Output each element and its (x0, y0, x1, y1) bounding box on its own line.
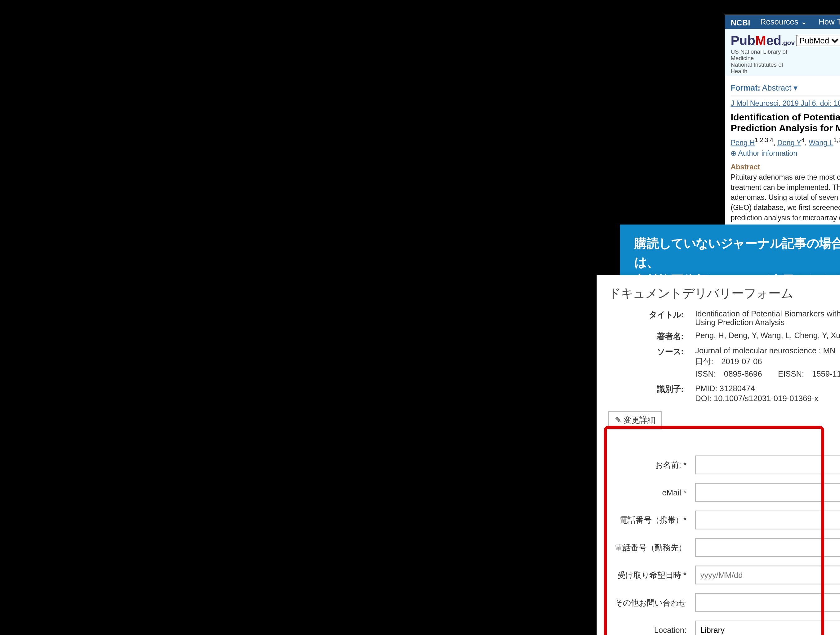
db-select[interactable]: PubMed (796, 35, 840, 46)
author-info-toggle[interactable]: ⊕ Author information (731, 150, 840, 158)
other-input[interactable] (695, 593, 840, 612)
citation: J Mol Neurosci. 2019 Jul 6. doi: 10.1007… (731, 99, 840, 107)
howto-menu[interactable]: How To ⌄ (819, 17, 840, 27)
date-input[interactable] (695, 565, 840, 584)
phone-mobile-input[interactable] (695, 510, 840, 529)
pubmed-logo: PubMed.gov US National Library of Medici… (731, 33, 796, 74)
change-details-button[interactable]: ✎ 変更詳細 (608, 411, 662, 429)
format-select[interactable]: Abstract ▾ (762, 83, 798, 92)
email-input[interactable] (695, 483, 840, 502)
pubmed-topbar: NCBI Resources ⌄ How To ⌄ Sign in to NCB… (725, 15, 840, 29)
location-input[interactable] (695, 621, 840, 635)
form-heading: ドキュメントデリバリーフォーム (608, 285, 840, 302)
delivery-form-empty: ドキュメントデリバリーフォーム タイトル:Identification of P… (597, 275, 840, 635)
ncbi-logo: NCBI (731, 18, 750, 26)
phone-work-input[interactable] (695, 538, 840, 557)
name-input[interactable] (695, 455, 840, 474)
resources-menu[interactable]: Resources ⌄ (760, 17, 807, 27)
authors: Peng H1,2,3,4, Deng Y4, Wang L1,2,3, Che… (731, 136, 840, 147)
article-title: Identification of Potential Biomarkers w… (731, 112, 840, 133)
format-label: Format: (731, 83, 760, 92)
abstract-heading: Abstract (731, 163, 840, 171)
